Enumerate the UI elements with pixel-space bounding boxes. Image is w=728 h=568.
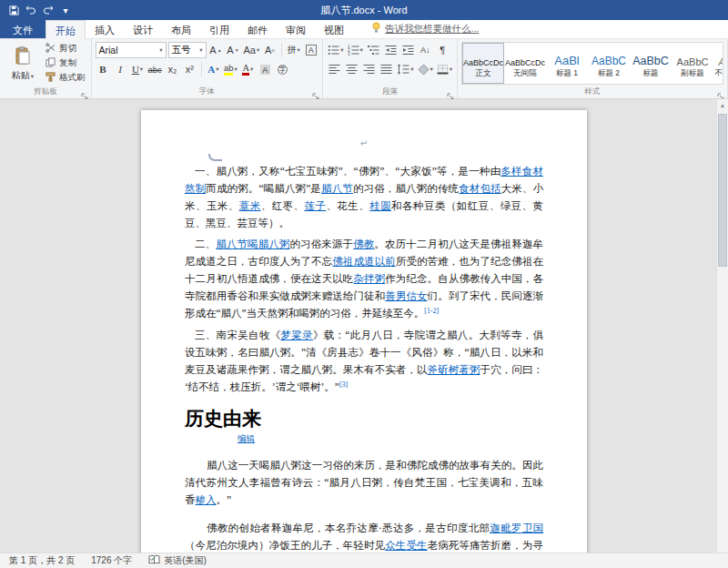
tab-layout[interactable]: 布局 <box>162 20 200 38</box>
vertical-scrollbar[interactable]: ▲ <box>716 99 728 553</box>
tab-home[interactable]: 开始 <box>46 20 86 39</box>
undo-icon[interactable] <box>25 4 36 16</box>
style-name: 标题 2 <box>598 68 620 79</box>
text-effects-icon: A <box>207 64 215 75</box>
doc-hyperlink[interactable]: 桂圆 <box>369 200 391 211</box>
style-heading2[interactable]: AaBbC 标题 2 <box>588 43 630 84</box>
borders-button[interactable]: ▾ <box>436 61 453 77</box>
highlight-button[interactable]: ab▾ <box>223 61 238 77</box>
doc-hyperlink[interactable]: 迦毗罗卫国 <box>490 522 543 533</box>
doc-hyperlink[interactable]: 糁入 <box>196 494 217 505</box>
doc-hyperlink[interactable]: 梦粱录 <box>280 330 312 340</box>
doc-text: 的习俗，腊八粥的传统 <box>353 183 459 194</box>
font-color-button[interactable]: A▾ <box>240 61 256 77</box>
doc-hyperlink[interactable]: 佛教 <box>353 238 374 249</box>
enclose-characters-button[interactable]: 字 <box>275 61 290 77</box>
styles-dialog-launcher-icon[interactable] <box>717 88 725 96</box>
qat-customize-icon[interactable]: ▾ <box>60 4 71 16</box>
sort-button[interactable]: A↓ <box>418 42 433 58</box>
doc-hyperlink[interactable]: 众生受生 <box>385 540 427 551</box>
phonetic-guide-button[interactable]: 拼▾ <box>286 42 301 58</box>
change-case-button[interactable]: Aa▾ <box>243 42 261 58</box>
font-dialog-launcher-icon[interactable] <box>312 88 320 96</box>
style-subtle-emphasis[interactable]: AaBbC 不明显强调 <box>713 43 723 84</box>
tab-references[interactable]: 引用 <box>200 20 238 38</box>
line-spacing-button[interactable]: ▾ <box>396 61 414 77</box>
doc-hyperlink[interactable]: 杂拌粥 <box>353 273 385 284</box>
character-shading-button[interactable]: A <box>258 61 273 77</box>
doc-hyperlink[interactable]: 佛祖 <box>332 256 353 267</box>
doc-hyperlink[interactable]: 斧斫树著粥 <box>428 364 480 375</box>
style-subtitle[interactable]: AaBbC 副标题 <box>672 43 713 84</box>
subscript-button[interactable]: x₂ <box>165 61 180 77</box>
tab-mailings[interactable]: 邮件 <box>238 20 277 38</box>
font-name-combo[interactable]: Arial ▾ <box>96 42 167 58</box>
underline-button[interactable]: U▾ <box>130 61 146 77</box>
clear-formatting-button[interactable]: A× <box>262 42 278 58</box>
tab-file[interactable]: 文件 <box>0 20 46 38</box>
clipboard-dialog-launcher-icon[interactable] <box>81 88 89 96</box>
copy-button[interactable]: 复制 <box>44 56 87 70</box>
increase-indent-button[interactable] <box>400 42 416 58</box>
edit-link[interactable]: 编辑 <box>238 434 255 443</box>
highlight-icon: ab <box>224 64 234 76</box>
grow-font-button[interactable]: A▲ <box>208 42 224 58</box>
numbering-button[interactable]: 123▾ <box>347 42 364 58</box>
save-icon[interactable] <box>8 4 19 16</box>
tab-review[interactable]: 审阅 <box>277 20 315 38</box>
show-marks-button[interactable]: ¶ <box>435 42 450 58</box>
doc-hyperlink[interactable]: 莲子 <box>304 200 326 211</box>
citation-ref[interactable]: [1-2] <box>424 307 439 315</box>
scrollbar-thumb[interactable] <box>718 114 727 267</box>
language-status[interactable]: 英语(美国) <box>148 554 207 567</box>
doc-hyperlink[interactable]: 善男信女 <box>385 290 427 301</box>
doc-hyperlink[interactable]: 成道以前 <box>353 256 395 267</box>
copy-label: 复制 <box>59 57 76 69</box>
text-effects-button[interactable]: A▾ <box>206 61 221 77</box>
superscript-button[interactable]: x² <box>182 61 197 77</box>
doc-edit-row: 编辑 <box>238 431 543 448</box>
tell-me-box[interactable]: 告诉我您想要做什么... <box>366 20 484 38</box>
citation-ref[interactable]: [3] <box>339 380 348 389</box>
bold-button[interactable]: B <box>96 61 111 77</box>
decrease-indent-button[interactable] <box>383 42 399 58</box>
page-number-status[interactable]: 第 1 页，共 2 页 <box>9 554 75 567</box>
align-center-button[interactable] <box>344 61 359 77</box>
style-no-spacing[interactable]: AaBbCcDc 无间隔 <box>504 43 546 84</box>
scroll-up-icon[interactable]: ▲ <box>717 99 728 111</box>
document-page[interactable]: ↵ 一、腊八粥，又称“七宝五味粥”、“佛粥”、“大家饭”等，是一种由多样食材熬制… <box>141 110 587 553</box>
shading-button[interactable]: ▾ <box>417 61 434 77</box>
justify-button[interactable] <box>379 61 394 77</box>
doc-hyperlink[interactable]: 腊八节喝腊八粥 <box>216 238 289 249</box>
style-title[interactable]: AaBbC 标题 <box>630 43 672 84</box>
align-right-button[interactable] <box>361 61 377 77</box>
cut-button[interactable]: 剪切 <box>44 42 87 56</box>
shrink-font-button[interactable]: A▼ <box>226 42 241 58</box>
redo-icon[interactable] <box>43 4 54 16</box>
doc-list-item: 三、南宋吴自牧《梦粱录》载：“此月八日，寺院谓之腊八。大刹等寺，俱设五味粥，名曰… <box>185 327 543 397</box>
strikethrough-button[interactable]: abc <box>147 61 163 77</box>
doc-hyperlink[interactable]: 腊八节 <box>321 183 353 194</box>
multilevel-list-button[interactable] <box>366 42 381 58</box>
align-left-button[interactable] <box>327 61 342 77</box>
paragraph-dialog-launcher-icon[interactable] <box>447 88 455 96</box>
doc-hyperlink[interactable]: 食材包括 <box>459 183 501 194</box>
character-shading-icon: A <box>260 65 269 75</box>
tab-insert[interactable]: 插入 <box>86 20 124 38</box>
doc-hyperlink[interactable]: 薏米 <box>239 200 261 211</box>
doc-list-item: 一、腊八粥，又称“七宝五味粥”、“佛粥”、“大家饭”等，是一种由多样食材熬制而成… <box>185 163 543 232</box>
font-size-caret-icon: ▾ <box>199 46 202 54</box>
format-painter-button[interactable]: 格式刷 <box>44 71 87 85</box>
style-heading1[interactable]: AaBl 标题 1 <box>546 43 588 84</box>
tab-design[interactable]: 设计 <box>124 20 162 38</box>
italic-button[interactable]: I <box>113 61 128 77</box>
style-preview: AaBbC <box>632 47 669 67</box>
font-size-combo[interactable]: 五号 ▾ <box>168 42 207 58</box>
word-count-status[interactable]: 1726 个字 <box>91 554 132 567</box>
style-normal[interactable]: AaBbCcDc 正文 <box>462 43 504 84</box>
paste-button[interactable]: 粘贴▾ <box>4 42 42 86</box>
character-border-button[interactable]: A <box>303 42 318 58</box>
window-title: 腊八节.docx - Word <box>0 4 728 17</box>
bullets-button[interactable]: ▾ <box>327 42 344 58</box>
tab-view[interactable]: 视图 <box>315 20 353 38</box>
